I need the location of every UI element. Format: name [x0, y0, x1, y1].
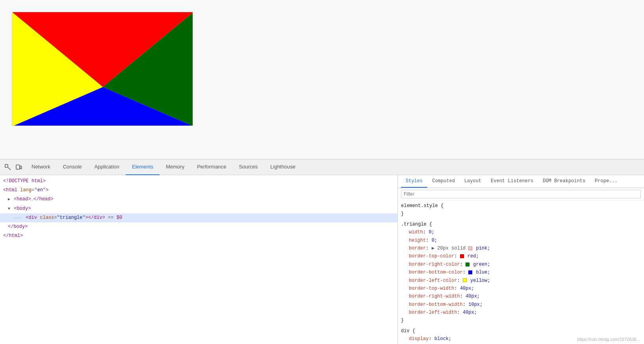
- css-border-bottom-color: border-bottom-color: blue;: [401, 268, 641, 276]
- styles-filter-bar: [398, 188, 644, 200]
- css-border-top-color: border-top-color: red;: [401, 252, 641, 260]
- dom-html-close: </html>: [0, 231, 397, 240]
- svg-rect-4: [5, 165, 8, 167]
- tab-elements[interactable]: Elements: [126, 159, 160, 175]
- dom-body-open: ▼ <body>: [0, 204, 397, 213]
- triangle-canvas: [12, 12, 193, 126]
- styles-tab-layout[interactable]: Layout: [460, 175, 486, 188]
- css-content: element.style { } .triangle { width: 0; …: [398, 200, 644, 344]
- css-border-left-width: border-left-width: 40px;: [401, 309, 641, 316]
- tab-console[interactable]: Console: [57, 159, 88, 175]
- styles-sub-tabs: Styles Computed Layout Event Listeners D…: [398, 175, 644, 188]
- styles-tab-properties[interactable]: Prope...: [590, 175, 622, 188]
- styles-tab-event-listeners[interactable]: Event Listeners: [486, 175, 538, 188]
- tab-sources[interactable]: Sources: [233, 159, 264, 175]
- triangle-svg: [12, 12, 193, 126]
- dom-div-line[interactable]: ··· <div class="triangle"></div> == $0: [0, 213, 397, 222]
- styles-tab-computed[interactable]: Computed: [427, 175, 460, 188]
- svg-line-5: [8, 168, 11, 170]
- devtools-body: <!DOCTYPE html> <html lang="en"> ▶ <head…: [0, 175, 644, 344]
- device-toggle-icon[interactable]: [14, 163, 24, 172]
- css-border-top-width: border-top-width: 40px;: [401, 285, 641, 292]
- svg-rect-6: [16, 165, 20, 169]
- tab-performance[interactable]: Performance: [191, 159, 232, 175]
- tab-application[interactable]: Application: [88, 159, 126, 175]
- styles-filter-input[interactable]: [401, 190, 641, 198]
- inspect-element-icon[interactable]: [3, 163, 13, 172]
- css-border: border: ▶ 20px solid pink;: [401, 244, 641, 252]
- css-element-style-selector: element.style {: [401, 202, 641, 210]
- tab-lighthouse[interactable]: Lighthouse: [264, 159, 302, 175]
- css-triangle-selector: .triangle {: [401, 220, 641, 228]
- border-right-color-swatch[interactable]: [466, 263, 470, 266]
- main-content: [0, 0, 644, 159]
- dom-head-collapsed[interactable]: ▶ <head>…</head>: [0, 195, 397, 204]
- styles-tab-styles[interactable]: Styles: [401, 175, 427, 188]
- tab-memory[interactable]: Memory: [160, 159, 191, 175]
- css-div-selector: div {: [401, 327, 641, 335]
- browser-page: Network Console Application Elements Mem…: [0, 0, 644, 344]
- css-width: width: 0;: [401, 228, 641, 236]
- dom-body-close: </body>: [0, 222, 397, 231]
- css-border-right-color: border-right-color: green;: [401, 261, 641, 268]
- devtools-panel: Network Console Application Elements Mem…: [0, 159, 644, 344]
- devtools-tabs-bar: Network Console Application Elements Mem…: [0, 159, 644, 175]
- css-triangle-close: }: [401, 316, 641, 324]
- css-border-left-color: border-left-color: yellow;: [401, 277, 641, 285]
- css-height: height: 0;: [401, 237, 641, 244]
- border-color-swatch[interactable]: [468, 246, 472, 250]
- css-element-style-close: }: [401, 210, 641, 218]
- tab-network[interactable]: Network: [25, 159, 57, 175]
- css-border-right-width: border-right-width: 40px;: [401, 292, 641, 300]
- styles-panel: Styles Computed Layout Event Listeners D…: [398, 175, 644, 344]
- svg-rect-7: [20, 166, 22, 169]
- dom-html-line: <html lang="en">: [0, 186, 397, 195]
- border-top-color-swatch[interactable]: [460, 254, 464, 258]
- url-bar: https://cdn.htmlg.com/1572636...: [577, 337, 640, 342]
- dom-doctype-line: <!DOCTYPE html>: [0, 177, 397, 186]
- border-left-color-swatch[interactable]: [463, 278, 467, 282]
- border-bottom-color-swatch[interactable]: [468, 270, 472, 274]
- styles-tab-dom-breakpoints[interactable]: DOM Breakpoints: [538, 175, 590, 188]
- css-border-bottom-width: border-bottom-width: 10px;: [401, 301, 641, 309]
- dom-panel[interactable]: <!DOCTYPE html> <html lang="en"> ▶ <head…: [0, 175, 398, 344]
